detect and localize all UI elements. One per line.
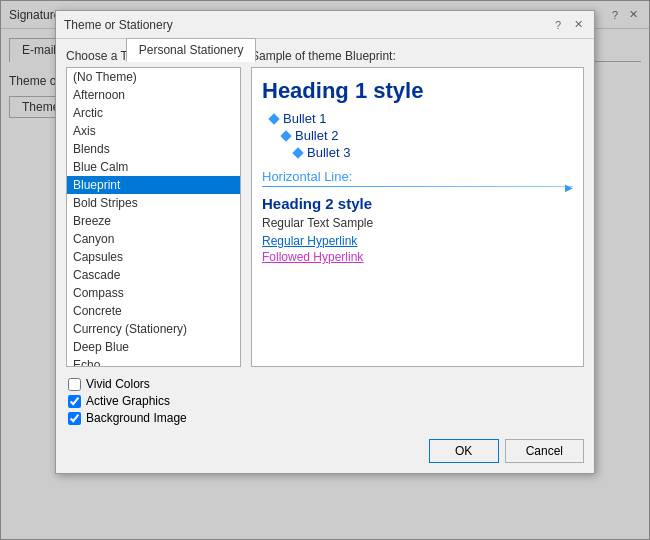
theme-list-panel: Choose a Theme: (No Theme)AfternoonArcti… bbox=[66, 49, 241, 367]
outer-content: E-mail Signature Personal Stationery The… bbox=[1, 29, 649, 539]
theme-list-item[interactable]: Blueprint bbox=[67, 176, 240, 194]
theme-list-item[interactable]: Cascade bbox=[67, 266, 240, 284]
theme-list-item[interactable]: Echo bbox=[67, 356, 240, 367]
preview-hyperlink[interactable]: Regular Hyperlink bbox=[262, 234, 573, 248]
preview-bullets: Bullet 1Bullet 2Bullet 3 bbox=[270, 110, 573, 161]
checkbox-input[interactable] bbox=[68, 412, 81, 425]
checkbox-row: Background Image bbox=[68, 411, 584, 425]
modal-footer: OK Cancel bbox=[66, 435, 584, 463]
checkbox-label: Background Image bbox=[86, 411, 187, 425]
modal-titlebar: Theme or Stationery ? ✕ bbox=[56, 11, 594, 39]
preview-bullet-item: Bullet 2 bbox=[282, 127, 573, 144]
theme-list-item[interactable]: Axis bbox=[67, 122, 240, 140]
theme-list-item[interactable]: Concrete bbox=[67, 302, 240, 320]
checkbox-label: Vivid Colors bbox=[86, 377, 150, 391]
tab-personal-stationery[interactable]: Personal Stationery bbox=[126, 38, 257, 62]
theme-list-item[interactable]: Afternoon bbox=[67, 86, 240, 104]
modal-overlay: Theme or Stationery ? ✕ Choose a Theme: … bbox=[0, 0, 650, 540]
theme-listbox[interactable]: (No Theme)AfternoonArcticAxisBlendsBlue … bbox=[66, 67, 241, 367]
theme-list-item[interactable]: Breeze bbox=[67, 212, 240, 230]
preview-box: Heading 1 style Bullet 1Bullet 2Bullet 3… bbox=[251, 67, 584, 367]
bullet-diamond-icon bbox=[268, 113, 279, 124]
theme-list-item[interactable]: Canyon bbox=[67, 230, 240, 248]
theme-list-item[interactable]: Blue Calm bbox=[67, 158, 240, 176]
ok-button[interactable]: OK bbox=[429, 439, 499, 463]
theme-list-item[interactable]: Arctic bbox=[67, 104, 240, 122]
checkbox-row: Vivid Colors bbox=[68, 377, 584, 391]
modal-title: Theme or Stationery bbox=[64, 18, 173, 32]
modal-controls: ? ✕ bbox=[550, 17, 586, 33]
checkbox-input[interactable] bbox=[68, 395, 81, 408]
preview-heading2: Heading 2 style bbox=[262, 195, 573, 212]
bullet-diamond-icon bbox=[292, 147, 303, 158]
preview-hr-section: Horizontal Line: ▶ bbox=[262, 169, 573, 187]
preview-hr-line: ▶ bbox=[262, 186, 573, 187]
theme-list-item[interactable]: (No Theme) bbox=[67, 68, 240, 86]
preview-heading1: Heading 1 style bbox=[262, 78, 573, 104]
preview-bullet-item: Bullet 3 bbox=[294, 144, 573, 161]
theme-list-item[interactable]: Blends bbox=[67, 140, 240, 158]
outer-window: Signatures and Stationery ? ✕ E-mail Sig… bbox=[0, 0, 650, 540]
theme-stationery-dialog: Theme or Stationery ? ✕ Choose a Theme: … bbox=[55, 10, 595, 474]
preview-panel: Sample of theme Blueprint: Heading 1 sty… bbox=[251, 49, 584, 367]
bullet-diamond-icon bbox=[280, 130, 291, 141]
theme-list-item[interactable]: Compass bbox=[67, 284, 240, 302]
theme-list-item[interactable]: Bold Stripes bbox=[67, 194, 240, 212]
cancel-button[interactable]: Cancel bbox=[505, 439, 584, 463]
theme-list-item[interactable]: Deep Blue bbox=[67, 338, 240, 356]
theme-list-item[interactable]: Currency (Stationery) bbox=[67, 320, 240, 338]
modal-content: Choose a Theme: (No Theme)AfternoonArcti… bbox=[56, 39, 594, 473]
preview-label: Sample of theme Blueprint: bbox=[251, 49, 584, 63]
hr-arrow-icon: ▶ bbox=[565, 182, 573, 193]
preview-hr-label: Horizontal Line: bbox=[262, 169, 573, 184]
modal-checkboxes: Vivid ColorsActive GraphicsBackground Im… bbox=[66, 377, 584, 425]
modal-help-button[interactable]: ? bbox=[550, 17, 566, 33]
modal-body: Choose a Theme: (No Theme)AfternoonArcti… bbox=[66, 49, 584, 367]
preview-regular-text: Regular Text Sample bbox=[262, 216, 573, 230]
modal-close-button[interactable]: ✕ bbox=[570, 17, 586, 33]
theme-list-item[interactable]: Capsules bbox=[67, 248, 240, 266]
checkbox-input[interactable] bbox=[68, 378, 81, 391]
preview-bullet-item: Bullet 1 bbox=[270, 110, 573, 127]
checkbox-label: Active Graphics bbox=[86, 394, 170, 408]
checkbox-row: Active Graphics bbox=[68, 394, 584, 408]
preview-followed-link[interactable]: Followed Hyperlink bbox=[262, 250, 573, 264]
